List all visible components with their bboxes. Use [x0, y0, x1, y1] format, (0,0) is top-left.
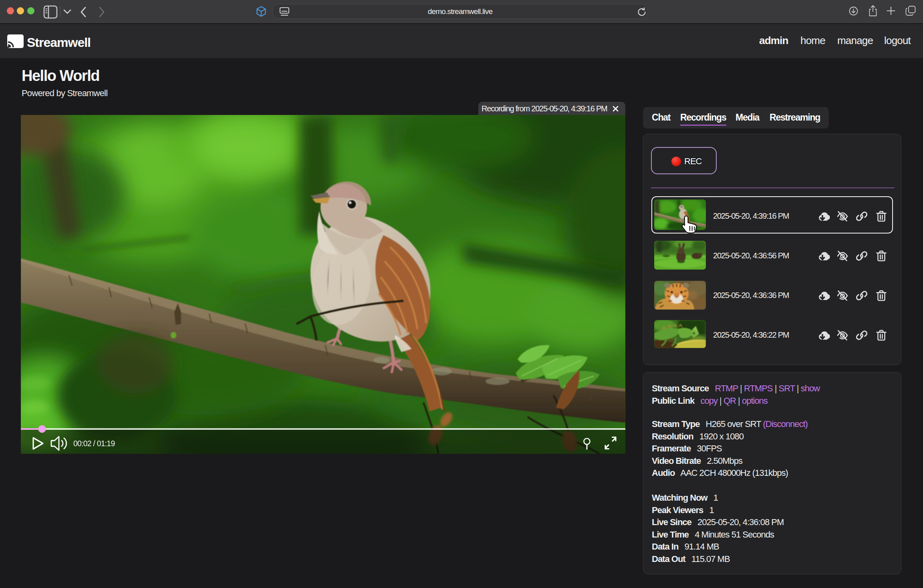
svg-text:00:02 / 01:19: 00:02 / 01:19 [73, 439, 115, 448]
